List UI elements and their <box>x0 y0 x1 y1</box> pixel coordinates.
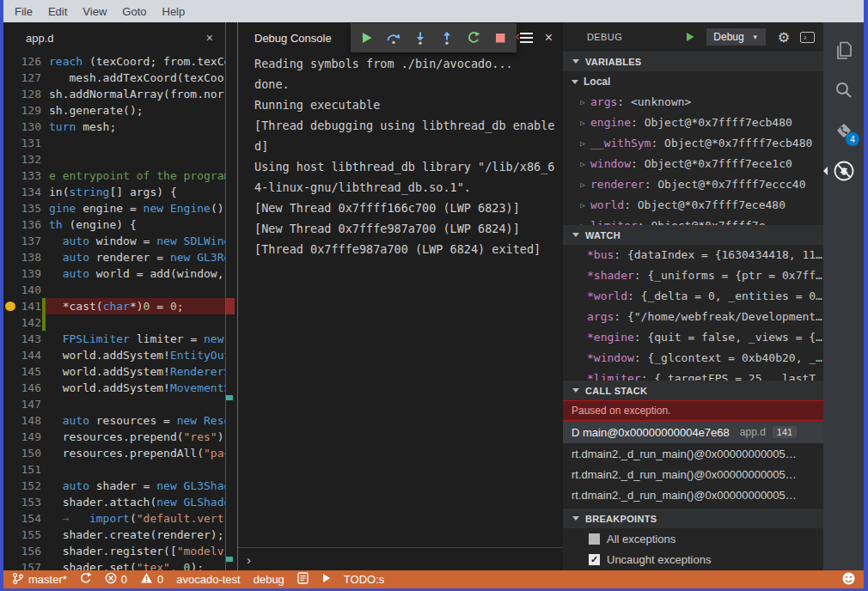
variable-row[interactable]: ▷args: <unknown> <box>563 92 823 113</box>
code-line[interactable]: 152 auto shader = new GL3ShaderP <box>3 478 225 494</box>
code-line[interactable]: 139 auto world = add(window, <box>3 265 225 282</box>
gutter-breakpoint-zone[interactable] <box>3 331 19 347</box>
gutter-breakpoint-zone[interactable] <box>3 249 19 265</box>
code-line[interactable]: 127 mesh.addTexCoord(texCoor <box>3 70 225 86</box>
variable-row[interactable]: ▷world: Object@*0x7ffff7ece480 <box>563 195 823 216</box>
variable-row[interactable]: ▷renderer: Object@*0x7ffff7eccc40 <box>563 174 823 195</box>
open-debug-console-icon[interactable]: › <box>800 32 815 43</box>
gutter-breakpoint-zone[interactable] <box>3 135 19 151</box>
menu-edit[interactable]: Edit <box>40 5 75 18</box>
activitybar-debug[interactable] <box>823 150 864 191</box>
breakpoint-row[interactable]: All exceptions <box>563 528 823 549</box>
menu-file[interactable]: File <box>7 5 40 18</box>
gutter-breakpoint-zone[interactable] <box>3 298 19 314</box>
status-feedback[interactable] <box>842 572 855 588</box>
gutter-breakpoint-zone[interactable] <box>3 265 19 282</box>
watch-row[interactable]: args: {"/home/webfreak/Development… <box>563 307 823 327</box>
code-line[interactable]: 135gine engine = new Engine() <box>3 200 225 216</box>
code-line[interactable]: 148 auto resources = new Resource <box>3 412 225 429</box>
code-line[interactable]: 153 shader.attach(new GLShader( <box>3 494 225 510</box>
gutter-breakpoint-zone[interactable] <box>3 412 19 429</box>
status-run-task[interactable] <box>321 573 331 586</box>
code-line[interactable]: 136th (engine) { <box>3 216 225 233</box>
editor-scrollbar[interactable] <box>225 22 238 570</box>
code-editor[interactable]: 126reach (texCoord; from.texCoo127 mesh.… <box>3 53 225 570</box>
watch-row[interactable]: *shader: {_uniforms = {ptr = 0x7ff… <box>563 265 823 286</box>
gutter-breakpoint-zone[interactable] <box>3 282 19 298</box>
status-warnings[interactable]: 0 <box>140 572 163 587</box>
stop-button[interactable] <box>489 27 511 49</box>
code-line[interactable]: 143 FPSLimiter limiter = new <box>3 331 225 347</box>
code-line[interactable]: 132 <box>3 151 225 168</box>
code-line[interactable]: 145 world.addSystem!RendererSystem <box>3 363 225 380</box>
continue-button[interactable] <box>356 27 378 49</box>
watch-row[interactable]: *bus: {dataIndex = {1630434418, 11… <box>563 245 823 265</box>
call-stack-frame[interactable]: rt.dmain2._d_run_main()@0x00000000005… <box>563 484 823 505</box>
code-line[interactable]: 156 shader.register(["modelvi <box>3 543 225 559</box>
gutter-breakpoint-zone[interactable] <box>3 527 19 543</box>
code-line[interactable]: 140 <box>3 282 225 298</box>
section-header-breakpoints[interactable]: BREAKPOINTS <box>563 509 823 528</box>
console-repl-input[interactable]: › <box>238 547 563 570</box>
breakpoint-row[interactable]: ✓Uncaught exceptions <box>563 549 823 570</box>
restart-button[interactable] <box>462 27 485 49</box>
code-line[interactable]: 144 world.addSystem!EntityOutput <box>3 347 225 363</box>
section-header-variables[interactable]: VARIABLES <box>563 52 823 71</box>
gutter-breakpoint-zone[interactable] <box>3 86 19 102</box>
gutter-breakpoint-zone[interactable] <box>3 363 19 380</box>
code-line[interactable]: 138 auto renderer = new GL3Renderer <box>3 249 225 265</box>
watch-row[interactable]: *window: {_glcontext = 0xb40b20, _… <box>563 348 823 369</box>
activitybar-search[interactable] <box>823 70 864 110</box>
variable-row[interactable]: ▷window: Object@*0x7ffff7ece1c0 <box>563 154 823 174</box>
watch-row[interactable]: *world: {_delta = 0, _entities = 0… <box>563 286 823 307</box>
activitybar-explorer[interactable] <box>823 29 864 70</box>
menu-view[interactable]: View <box>75 5 114 18</box>
gutter-breakpoint-zone[interactable] <box>3 347 19 363</box>
gutter-breakpoint-zone[interactable] <box>3 543 19 559</box>
gutter-breakpoint-zone[interactable] <box>3 102 19 119</box>
code-line[interactable]: 137 auto window = new SDLWindow <box>3 233 225 249</box>
section-header-watch[interactable]: WATCH <box>563 225 823 245</box>
watch-row[interactable]: *engine: {quit = false, _views = {… <box>563 327 823 348</box>
gutter-breakpoint-zone[interactable] <box>3 461 19 478</box>
code-line[interactable]: 157 shader.set("tex", 0); <box>3 559 225 570</box>
scope-local[interactable]: Local <box>563 71 823 92</box>
status-task-debug[interactable]: debug <box>254 573 284 586</box>
status-git-branch[interactable]: master* <box>12 572 67 588</box>
status-sync[interactable] <box>80 572 92 587</box>
debug-config-dropdown[interactable]: Debug ▼ <box>706 28 765 46</box>
code-line[interactable]: 147 <box>3 396 225 412</box>
checkbox[interactable]: ✓ <box>589 554 600 565</box>
gutter-breakpoint-zone[interactable] <box>3 233 19 249</box>
activitybar-source-control[interactable]: 4 <box>823 110 864 150</box>
gutter-breakpoint-zone[interactable] <box>3 151 19 168</box>
variable-row[interactable]: ▷__withSym: Object@*0x7ffff7ecb480 <box>563 133 823 154</box>
status-task-avocado-test[interactable]: avocado-test <box>176 573 240 586</box>
status-notebook[interactable] <box>297 572 309 587</box>
code-line[interactable]: 131 <box>3 135 225 151</box>
status-errors[interactable]: 0 <box>105 572 127 587</box>
gutter-breakpoint-zone[interactable] <box>3 314 19 331</box>
code-line[interactable]: 129sh.generate(); <box>3 102 225 119</box>
configure-gear-icon[interactable]: ⚙ <box>778 29 790 46</box>
gutter-breakpoint-zone[interactable] <box>3 184 19 200</box>
gutter-breakpoint-zone[interactable] <box>3 559 19 570</box>
call-stack-frame[interactable]: rt.dmain2._d_run_main()@0x00000000005… <box>563 443 823 464</box>
clear-console-icon[interactable]: × <box>517 32 533 44</box>
step-out-button[interactable] <box>436 27 458 49</box>
code-line[interactable]: 150 resources.prependAll("packs <box>3 445 225 461</box>
gutter-breakpoint-zone[interactable] <box>3 168 19 184</box>
variable-row[interactable]: ▷limiter: Object@*0x7ffff7e... <box>563 216 823 225</box>
code-line[interactable]: 142 <box>3 314 225 331</box>
start-debugging-button[interactable] <box>684 31 696 43</box>
code-line[interactable]: 149 resources.prepend("res") <box>3 429 225 445</box>
status-todos[interactable]: TODO:s <box>344 573 384 586</box>
code-line[interactable]: 146 world.addSystem!MovementSystem <box>3 380 225 396</box>
gutter-breakpoint-zone[interactable] <box>3 380 19 396</box>
step-over-button[interactable] <box>382 27 405 49</box>
gutter-breakpoint-zone[interactable] <box>3 445 19 461</box>
gutter-breakpoint-zone[interactable] <box>3 494 19 510</box>
code-line[interactable]: 126reach (texCoord; from.texCoo <box>3 53 225 70</box>
close-panel-icon[interactable]: × <box>545 31 553 45</box>
code-line[interactable]: 141 *cast(char*)0 = 0; <box>3 298 225 314</box>
